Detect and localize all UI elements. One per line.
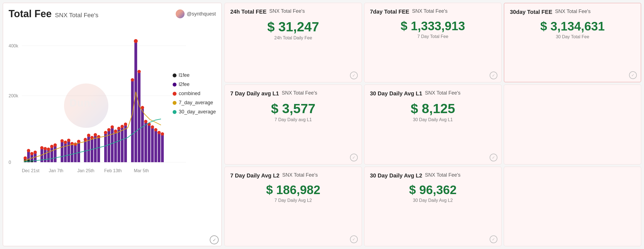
- svg-point-74: [144, 120, 147, 123]
- card-check-6[interactable]: ✓: [350, 235, 358, 243]
- legend-item-l2fee: l2fee: [173, 82, 216, 87]
- svg-point-65: [111, 125, 114, 129]
- card-subtitle-2: 30 Day Total Fee: [510, 34, 635, 39]
- legend-dot-l2fee: [173, 83, 177, 87]
- svg-rect-29: [124, 125, 127, 162]
- legend-item-l1fee: l1fee: [173, 72, 216, 78]
- svg-rect-14: [67, 141, 70, 162]
- dune-icon: [176, 9, 185, 18]
- card-title-row-2: 30day Total FEE SNX Total Fee's: [510, 8, 635, 16]
- card-title-main-7: 30 Day Daily Avg L2: [370, 172, 422, 179]
- svg-point-63: [104, 131, 107, 134]
- card-subtitle-0: 24h Total Daily Fee: [230, 35, 356, 40]
- legend-label-l1fee: l1fee: [179, 72, 190, 78]
- chart-area: Dune 400k 200k 0: [9, 22, 216, 217]
- chart-check-icon[interactable]: ✓: [210, 235, 219, 244]
- svg-rect-28: [121, 127, 124, 162]
- y-label-0: 0: [9, 160, 11, 165]
- legend-item-30day: 30_day_average: [173, 109, 216, 115]
- svg-rect-34: [144, 122, 147, 162]
- card-subtitle-3: 7 Day Daily avg L1: [230, 117, 356, 122]
- card-title-main-2: 30day Total FEE: [510, 8, 552, 16]
- svg-point-58: [84, 138, 87, 141]
- svg-rect-20: [91, 138, 93, 162]
- card-value-0: $ 31,247: [230, 19, 356, 34]
- svg-point-61: [94, 133, 97, 136]
- svg-rect-26: [114, 132, 117, 162]
- chart-panel: Total Fee SNX Total Fee's @synthquest Du…: [3, 3, 222, 246]
- card-title-sub-7: SNX Total Fee's: [425, 172, 461, 178]
- cards-panel: 24h Total FEE SNX Total Fee's $ 31,247 2…: [224, 0, 644, 249]
- chart-title-group: Total Fee SNX Total Fee's: [9, 8, 98, 20]
- x-label-mar5: Mar 5th: [134, 168, 149, 173]
- card-subtitle-4: 30 Day Daily Avg L1: [370, 117, 496, 122]
- svg-point-52: [60, 139, 64, 143]
- legend-dot-30day: [173, 110, 177, 114]
- card-7day-avg-l1: 7 Day Daily avg L1 SNX Total Fee's $ 3,5…: [224, 85, 362, 164]
- svg-rect-27: [117, 129, 120, 162]
- svg-rect-23: [104, 133, 107, 162]
- legend-dot-combined: [173, 92, 177, 96]
- legend-label-combined: combined: [179, 91, 200, 96]
- card-title-row-4: 30 Day Daily Avg L1 SNX Total Fee's: [370, 90, 496, 97]
- svg-rect-38: [158, 133, 160, 162]
- svg-rect-12: [61, 142, 63, 162]
- svg-point-49: [47, 148, 50, 151]
- card-30day-avg-l1: 30 Day Daily Avg L1 SNX Total Fee's $ 8,…: [364, 85, 502, 164]
- card-subtitle-1: 7 Day Total Fee: [370, 34, 496, 39]
- card-check-3[interactable]: ✓: [350, 154, 358, 161]
- card-title-main-3: 7 Day Daily avg L1: [230, 90, 279, 97]
- svg-point-46: [34, 151, 37, 154]
- svg-point-48: [44, 147, 47, 150]
- card-check-7[interactable]: ✓: [490, 235, 497, 243]
- card-title-main-1: 7day Total FEE: [370, 8, 409, 15]
- card-title-row-6: 7 Day Daily Avg L2 SNX Total Fee's: [230, 172, 356, 179]
- card-check-4[interactable]: ✓: [490, 154, 497, 161]
- card-title-row-0: 24h Total FEE SNX Total Fee's: [230, 8, 356, 15]
- svg-point-53: [64, 141, 67, 144]
- svg-rect-35: [148, 125, 150, 162]
- svg-point-71: [134, 39, 138, 43]
- svg-rect-15: [71, 144, 73, 162]
- card-title-main-0: 24h Total FEE: [230, 8, 267, 15]
- card-title-sub-2: SNX Total Fee's: [555, 8, 591, 15]
- card-subtitle-6: 7 Day Daily Avg L2: [230, 198, 356, 203]
- card-7day-total-fee: 7day Total FEE SNX Total Fee's $ 1,333,9…: [364, 3, 502, 82]
- card-check-1[interactable]: ✓: [490, 72, 497, 79]
- x-label-dec21: Dec 21st: [22, 168, 40, 173]
- chart-header: Total Fee SNX Total Fee's @synthquest: [9, 8, 216, 20]
- chart-legend: l1fee l2fee combined 7_day_average 30_da…: [173, 72, 216, 115]
- y-label-200k: 200k: [9, 93, 19, 98]
- card-30day-total-fee: 30day Total FEE SNX Total Fee's $ 3,134,…: [504, 3, 641, 82]
- card-value-2: $ 3,134,631: [510, 19, 635, 33]
- svg-point-47: [40, 146, 44, 149]
- svg-point-43: [24, 156, 27, 160]
- card-title-main-4: 30 Day Daily Avg L1: [370, 90, 422, 97]
- legend-label-7day: 7_day_average: [179, 100, 213, 106]
- svg-point-67: [117, 127, 121, 130]
- svg-rect-33: [141, 108, 144, 162]
- card-title-sub-1: SNX Total Fee's: [412, 8, 448, 14]
- legend-label-30day: 30_day_average: [179, 109, 216, 115]
- svg-rect-37: [154, 131, 157, 162]
- svg-rect-25: [111, 128, 114, 162]
- chart-title-main: Total Fee: [9, 8, 52, 20]
- svg-rect-31: [134, 42, 137, 162]
- card-subtitle-7: 30 Day Daily Avg L2: [370, 198, 496, 203]
- svg-point-51: [53, 143, 57, 147]
- card-empty-1: [504, 85, 641, 164]
- svg-point-79: [161, 132, 164, 136]
- watermark-label: @synthquest: [187, 11, 216, 17]
- svg-point-68: [121, 125, 124, 128]
- card-title-row-1: 7day Total FEE SNX Total Fee's: [370, 8, 496, 15]
- svg-point-44: [27, 149, 30, 152]
- card-check-2[interactable]: ✓: [629, 71, 637, 79]
- svg-rect-11: [54, 146, 57, 162]
- card-title-sub-4: SNX Total Fee's: [425, 90, 461, 96]
- chart-svg: 400k 200k 0: [9, 22, 197, 211]
- legend-item-7day: 7_day_average: [173, 100, 216, 106]
- card-title-main-6: 7 Day Daily Avg L2: [230, 172, 279, 179]
- x-label-feb13: Feb 13th: [104, 168, 122, 173]
- card-check-0[interactable]: ✓: [350, 72, 358, 79]
- card-value-7: $ 96,362: [370, 183, 496, 197]
